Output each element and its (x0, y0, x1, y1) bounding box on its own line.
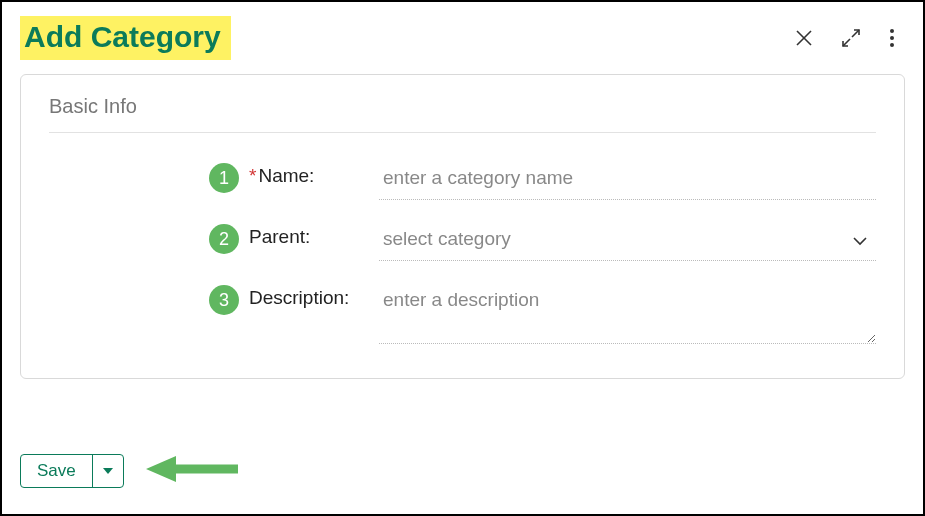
parent-label: Parent: (249, 222, 379, 248)
step-badge-1: 1 (209, 163, 239, 193)
basic-info-card: Basic Info 1 *Name: 2 Parent: select cat… (20, 74, 905, 379)
annotation-arrow-icon (142, 452, 242, 490)
save-split-button: Save (20, 454, 124, 488)
svg-line-2 (852, 30, 859, 37)
save-dropdown-button[interactable] (93, 455, 123, 487)
expand-icon[interactable] (841, 28, 861, 48)
svg-marker-9 (146, 456, 176, 482)
section-title: Basic Info (49, 95, 876, 133)
more-icon[interactable] (889, 28, 895, 48)
page-title: Add Category (20, 16, 231, 60)
svg-marker-7 (103, 468, 113, 474)
description-label: Description: (249, 283, 379, 309)
svg-line-3 (843, 39, 850, 46)
svg-point-6 (890, 43, 894, 47)
svg-point-5 (890, 36, 894, 40)
save-button[interactable]: Save (21, 455, 93, 487)
step-badge-3: 3 (209, 285, 239, 315)
description-input[interactable] (379, 283, 876, 344)
name-label: *Name: (249, 161, 379, 187)
svg-point-4 (890, 29, 894, 33)
step-badge-2: 2 (209, 224, 239, 254)
parent-select[interactable]: select category (379, 222, 876, 261)
close-icon[interactable] (795, 29, 813, 47)
name-input[interactable] (379, 161, 876, 200)
